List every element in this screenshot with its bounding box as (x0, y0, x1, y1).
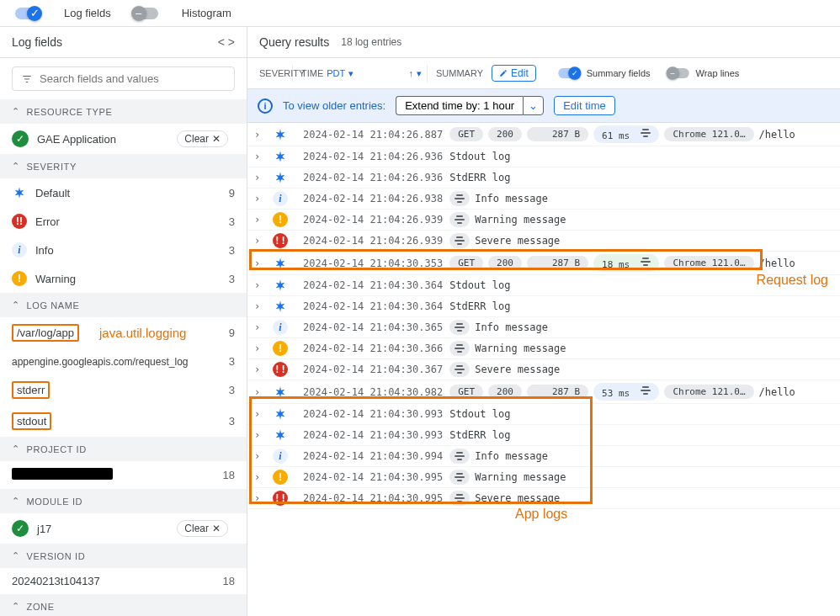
clear-resource-type-button[interactable]: Clear ✕ (177, 130, 228, 147)
search-input[interactable] (40, 72, 226, 85)
log-row[interactable]: › i 2024-02-14 21:04:30.365 Info message (247, 317, 840, 338)
expand-row-icon[interactable]: › (254, 193, 266, 204)
expand-row-icon[interactable]: › (254, 258, 266, 269)
version-id-item[interactable]: 20240213t104137 18 (0, 568, 247, 594)
severity-item-default[interactable]: Default 9 (0, 178, 247, 207)
annotation-app-logs-label: App logs (515, 507, 567, 522)
log-timestamp: 2024-02-14 21:04:30.995 (303, 492, 443, 504)
log-row[interactable]: › i 2024-02-14 21:04:30.994 Info message (247, 446, 840, 467)
section-severity[interactable]: ⌃ SEVERITY (0, 154, 247, 178)
expand-row-icon[interactable]: › (254, 492, 266, 504)
log-message: Warning message (475, 471, 566, 483)
log-row[interactable]: › 2024-02-14 21:04:30.993 Stdout log (247, 404, 840, 425)
expand-row-icon[interactable]: › (254, 129, 266, 141)
expand-row-icon[interactable]: › (254, 429, 266, 441)
log-row[interactable]: › 2024-02-14 21:04:30.364 Stdout log (247, 275, 840, 296)
expand-row-icon[interactable]: › (254, 214, 266, 226)
histogram-toggle[interactable]: – (133, 8, 158, 19)
log-timestamp: 2024-02-14 21:04:30.365 (303, 321, 443, 333)
section-version-id[interactable]: ⌃ VERSION ID (0, 544, 247, 568)
info-text: To view older entries: (283, 99, 385, 112)
log-row[interactable]: › ! 2024-02-14 21:04:30.366 Warning mess… (247, 338, 840, 359)
sort-asc-icon[interactable]: ↑ (409, 68, 414, 78)
log-name-item[interactable]: appengine.googleapis.com/request_log 3 (0, 348, 247, 374)
expand-row-icon[interactable]: › (254, 172, 266, 183)
log-rows-container: › 2024-02-14 21:04:26.887 GET 200 287 B … (247, 123, 840, 616)
log-row[interactable]: › 2024-02-14 21:04:26.887 GET 200 287 B … (247, 123, 840, 146)
asterisk-icon (273, 278, 288, 293)
log-row[interactable]: › !! 2024-02-14 21:04:26.939 Severe mess… (247, 231, 840, 252)
edit-summary-button[interactable]: Edit (492, 65, 536, 82)
dropdown-icon[interactable]: ▾ (348, 68, 354, 79)
lines-icon (455, 343, 465, 354)
severity-item-info[interactable]: i Info 3 (0, 236, 247, 264)
annotation-box: stdout (12, 412, 51, 430)
section-zone[interactable]: ⌃ ZONE (0, 594, 247, 616)
results-columns: SEVERITY TIME PDT ▾ ↑ ▾ SUMMARY Edit (247, 58, 840, 89)
col-severity[interactable]: SEVERITY (254, 65, 293, 82)
severity-item-error[interactable]: !! Error 3 (0, 207, 247, 236)
dropdown-icon[interactable]: ▾ (417, 68, 422, 79)
expand-sidebar-icon[interactable]: < > (218, 35, 235, 49)
expand-row-icon[interactable]: › (254, 364, 266, 375)
expand-row-icon[interactable]: › (254, 408, 266, 420)
log-row[interactable]: › ! 2024-02-14 21:04:30.995 Warning mess… (247, 467, 840, 488)
annotation-box: /var/log/app (12, 324, 79, 342)
lines-icon (455, 235, 465, 247)
log-row[interactable]: › 2024-02-14 21:04:26.936 Stdout log (247, 146, 840, 167)
expand-row-icon[interactable]: › (254, 343, 266, 354)
expand-row-icon[interactable]: › (254, 279, 266, 291)
extend-time-button[interactable]: Extend time by: 1 hour (396, 96, 523, 115)
expand-row-icon[interactable]: › (254, 450, 266, 462)
warning-icon: ! (273, 212, 288, 227)
expand-row-icon[interactable]: › (254, 386, 266, 398)
lines-icon (455, 214, 465, 226)
resource-type-item[interactable]: ✓ GAE Application Clear ✕ (0, 124, 247, 154)
section-log-name[interactable]: ⌃ LOG NAME (0, 293, 247, 317)
log-message: StdERR log (449, 172, 510, 183)
log-row[interactable]: › !! 2024-02-14 21:04:30.367 Severe mess… (247, 359, 840, 380)
info-icon: i (273, 449, 288, 464)
edit-time-button[interactable]: Edit time (554, 96, 615, 115)
expand-row-icon[interactable]: › (254, 321, 266, 333)
clear-module-id-button[interactable]: Clear ✕ (177, 520, 228, 537)
log-message: Warning message (475, 214, 566, 226)
expand-row-icon[interactable]: › (254, 151, 266, 162)
expand-row-icon[interactable]: › (254, 235, 266, 247)
log-row[interactable]: › 2024-02-14 21:04:30.353 GET 200 287 B … (247, 252, 840, 275)
lines-icon (641, 127, 651, 139)
log-row[interactable]: › 2024-02-14 21:04:30.364 StdERR log (247, 296, 840, 317)
annotation-request-log-label: Request log (757, 273, 828, 288)
log-timestamp: 2024-02-14 21:04:26.939 (303, 235, 443, 247)
http-latency: 18 ms (593, 254, 659, 272)
log-row[interactable]: › 2024-02-14 21:04:26.936 StdERR log (247, 167, 840, 189)
http-status: 200 (488, 385, 522, 399)
log-name-item[interactable]: stdout 3 (0, 406, 247, 437)
project-id-item[interactable]: 18 (0, 461, 247, 489)
wrap-lines-toggle[interactable]: – (667, 68, 689, 78)
summary-fields-toggle[interactable]: ✓ (558, 68, 580, 78)
log-fields-toggle[interactable]: ✓ (15, 8, 40, 19)
section-resource-type[interactable]: ⌃ RESOURCE TYPE (0, 99, 247, 124)
expand-row-icon[interactable]: › (254, 471, 266, 483)
error-icon: !! (273, 233, 288, 248)
http-path: /hello (759, 258, 795, 269)
log-row[interactable]: › i 2024-02-14 21:04:26.938 Info message (247, 189, 840, 210)
extend-time-dropdown[interactable]: ⌄ (523, 96, 544, 115)
section-project-id[interactable]: ⌃ PROJECT ID (0, 437, 247, 461)
section-module-id[interactable]: ⌃ MODULE ID (0, 489, 247, 513)
search-field[interactable] (12, 66, 235, 91)
log-name-item[interactable]: /var/log/app java.util.logging 9 (0, 317, 247, 348)
log-message: Stdout log (449, 151, 510, 162)
col-time[interactable]: TIME PDT ▾ ↑ ▾ (296, 65, 428, 82)
log-row[interactable]: › 2024-02-14 21:04:30.982 GET 200 287 B … (247, 380, 840, 404)
chevron-down-icon: ⌃ (12, 601, 20, 612)
severity-item-warning[interactable]: ! Warning 3 (0, 264, 247, 293)
log-row[interactable]: › 2024-02-14 21:04:30.993 StdERR log (247, 425, 840, 446)
module-id-item[interactable]: ✓ j17 Clear ✕ (0, 513, 247, 544)
expand-row-icon[interactable]: › (254, 300, 266, 312)
log-message: Info message (475, 193, 548, 204)
log-row[interactable]: › ! 2024-02-14 21:04:26.939 Warning mess… (247, 210, 840, 231)
log-name-item[interactable]: stderr 3 (0, 374, 247, 406)
log-message: Stdout log (449, 408, 510, 420)
